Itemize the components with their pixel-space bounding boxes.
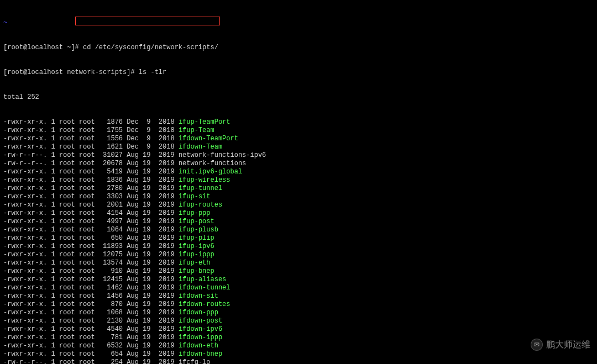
date: Dec 9 2018 xyxy=(123,126,175,134)
size: 4154 xyxy=(95,209,123,217)
size: 1064 xyxy=(95,226,123,234)
size: 4997 xyxy=(95,218,123,225)
filename: ifdown-post xyxy=(175,317,222,325)
size: 1755 xyxy=(95,126,123,134)
size: 12415 xyxy=(95,276,123,283)
perm: -rwxr-xr-x. 1 root root xyxy=(3,176,95,184)
file-row: -rwxr-xr-x. 1 root root 5419 Aug 19 2019… xyxy=(3,168,594,176)
file-row: -rwxr-xr-x. 1 root root 3303 Aug 19 2019… xyxy=(3,193,594,201)
size: 1876 xyxy=(95,118,123,126)
tilde-line: ~ xyxy=(3,19,594,27)
perm: -rwxr-xr-x. 1 root root xyxy=(3,300,95,308)
size: 4540 xyxy=(95,325,123,333)
perm: -rwxr-xr-x. 1 root root xyxy=(3,226,95,234)
prompt-1: [root@localhost ~]# xyxy=(3,44,83,51)
perm: -rwxr-xr-x. 1 root root xyxy=(3,218,95,225)
filename: ifup-wireless xyxy=(175,176,231,184)
filename: ifup-plip xyxy=(175,234,214,242)
date: Aug 19 2019 xyxy=(123,160,175,167)
filename: network-functions xyxy=(175,160,247,167)
file-row: -rwxr-xr-x. 1 root root 1462 Aug 19 2019… xyxy=(3,284,594,292)
perm: -rwxr-xr-x. 1 root root xyxy=(3,135,95,143)
file-row: -rwxr-xr-x. 1 root root 2001 Aug 19 2019… xyxy=(3,201,594,209)
perm: -rwxr-xr-x. 1 root root xyxy=(3,342,95,350)
date: Aug 19 2019 xyxy=(123,358,175,364)
perm: -rwxr-xr-x. 1 root root xyxy=(3,251,95,259)
date: Aug 19 2019 xyxy=(123,350,175,358)
date: Aug 19 2019 xyxy=(123,300,175,308)
size: 1456 xyxy=(95,292,123,300)
filename: ifup-tunnel xyxy=(175,184,222,192)
watermark-text: 鹏大师运维 xyxy=(546,339,590,351)
perm: -rwxr-xr-x. 1 root root xyxy=(3,325,95,333)
filename: ifup-Team xyxy=(175,126,214,134)
filename: ifup-aliases xyxy=(175,276,227,283)
size: 910 xyxy=(95,267,123,275)
file-row: -rwxr-xr-x. 1 root root 13574 Aug 19 201… xyxy=(3,259,594,267)
file-row: -rwxr-xr-x. 1 root root 781 Aug 19 2019 … xyxy=(3,334,594,342)
perm: -rwxr-xr-x. 1 root root xyxy=(3,193,95,201)
date: Aug 19 2019 xyxy=(123,209,175,217)
size: 781 xyxy=(95,334,123,341)
date: Aug 19 2019 xyxy=(123,292,175,300)
perm: -rwxr-xr-x. 1 root root xyxy=(3,143,95,151)
size: 654 xyxy=(95,350,123,358)
filename: ifup-bnep xyxy=(175,267,214,275)
filename: network-functions-ipv6 xyxy=(175,151,266,159)
file-row: -rwxr-xr-x. 1 root root 910 Aug 19 2019 … xyxy=(3,267,594,276)
filename: ifup-sit xyxy=(175,193,211,201)
filename: ifcfg-lo xyxy=(175,358,211,364)
command-cd: cd /etc/sysconfig/network-scripts/ xyxy=(83,44,218,51)
filename: ifup-ipv6 xyxy=(175,242,214,250)
perm: -rwxr-xr-x. 1 root root xyxy=(3,284,95,292)
date: Aug 19 2019 xyxy=(123,325,175,333)
file-row: -rwxr-xr-x. 1 root root 4540 Aug 19 2019… xyxy=(3,325,594,334)
date: Aug 19 2019 xyxy=(123,234,175,242)
filename: ifdown-tunnel xyxy=(175,284,231,292)
filename: ifup-post xyxy=(175,218,214,225)
size: 11893 xyxy=(95,242,123,250)
perm: -rwxr-xr-x. 1 root root xyxy=(3,242,95,250)
date: Aug 19 2019 xyxy=(123,218,175,225)
file-row: -rwxr-xr-x. 1 root root 1621 Dec 9 2018 … xyxy=(3,143,594,151)
file-row: -rwxr-xr-x. 1 root root 12075 Aug 19 201… xyxy=(3,251,594,259)
size: 2130 xyxy=(95,317,123,325)
date: Aug 19 2019 xyxy=(123,317,175,325)
file-row: -rwxr-xr-x. 1 root root 1064 Aug 19 2019… xyxy=(3,226,594,234)
file-row: -rw-r--r--. 1 root root 254 Aug 19 2019 … xyxy=(3,358,594,364)
date: Aug 19 2019 xyxy=(123,201,175,209)
date: Aug 19 2019 xyxy=(123,242,175,250)
file-row: -rwxr-xr-x. 1 root root 6532 Aug 19 2019… xyxy=(3,342,594,350)
filename: ifdown-eth xyxy=(175,342,218,350)
filename: ifdown-ppp xyxy=(175,309,218,316)
file-row: -rwxr-xr-x. 1 root root 1068 Aug 19 2019… xyxy=(3,309,594,317)
perm: -rw-r--r--. 1 root root xyxy=(3,151,95,159)
filename: ifdown-ipv6 xyxy=(175,325,222,333)
date: Aug 19 2019 xyxy=(123,284,175,292)
file-row: -rwxr-xr-x. 1 root root 1876 Dec 9 2018 … xyxy=(3,118,594,126)
size: 2780 xyxy=(95,184,123,192)
size: 31027 xyxy=(95,151,123,159)
file-row: -rwxr-xr-x. 1 root root 2130 Aug 19 2019… xyxy=(3,317,594,325)
size: 5419 xyxy=(95,168,123,176)
terminal-window[interactable]: ~ [root@localhost ~]# cd /etc/sysconfig/… xyxy=(0,0,597,364)
filename: ifup-plusb xyxy=(175,226,218,234)
size: 254 xyxy=(95,358,123,364)
prompt-2: [root@localhost network-scripts]# xyxy=(3,68,139,76)
file-row: -rwxr-xr-x. 1 root root 650 Aug 19 2019 … xyxy=(3,234,594,242)
filename: ifdown-Team xyxy=(175,143,222,151)
size: 3303 xyxy=(95,193,123,201)
prompt-line-2: [root@localhost network-scripts]# ls -tl… xyxy=(3,68,594,77)
date: Aug 19 2019 xyxy=(123,193,175,201)
perm: -rwxr-xr-x. 1 root root xyxy=(3,350,95,358)
perm: -rwxr-xr-x. 1 root root xyxy=(3,118,95,126)
filename: ifdown-sit xyxy=(175,292,218,300)
wechat-icon: ✉ xyxy=(531,339,543,351)
perm: -rwxr-xr-x. 1 root root xyxy=(3,168,95,176)
filename: ifdown-routes xyxy=(175,300,231,308)
file-row: -rwxr-xr-x. 1 root root 1836 Aug 19 2019… xyxy=(3,176,594,184)
size: 1836 xyxy=(95,176,123,184)
date: Aug 19 2019 xyxy=(123,309,175,316)
date: Aug 19 2019 xyxy=(123,334,175,341)
file-row: -rwxr-xr-x. 1 root root 1755 Dec 9 2018 … xyxy=(3,126,594,135)
